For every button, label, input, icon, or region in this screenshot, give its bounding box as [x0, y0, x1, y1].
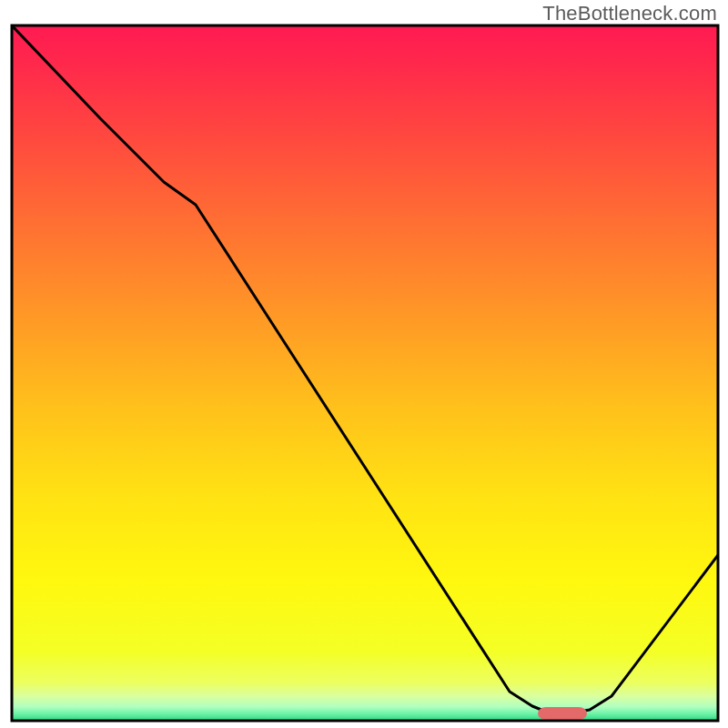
bottleneck-chart — [0, 0, 728, 728]
gradient-background — [12, 25, 718, 721]
chart-container: { "watermark": "TheBottleneck.com", "cha… — [0, 0, 728, 728]
optimal-marker — [538, 707, 587, 720]
